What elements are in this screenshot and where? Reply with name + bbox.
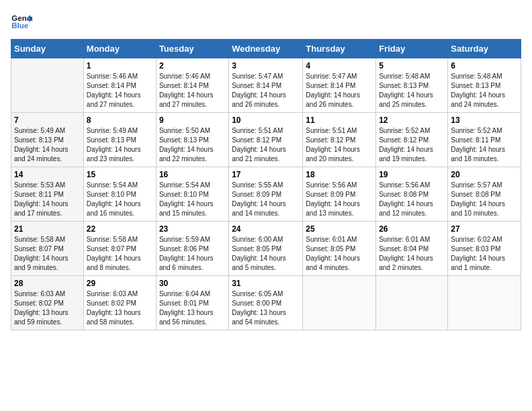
calendar-cell: 2Sunrise: 5:46 AMSunset: 8:14 PMDaylight… <box>156 58 228 113</box>
day-info: Sunrise: 6:01 AMSunset: 8:05 PMDaylight:… <box>306 235 373 273</box>
day-header: Saturday <box>448 40 521 58</box>
day-number: 23 <box>159 224 226 234</box>
calendar-cell: 25Sunrise: 6:01 AMSunset: 8:05 PMDayligh… <box>303 222 376 276</box>
logo: General Blue <box>11 11 35 32</box>
calendar-table: SundayMondayTuesdayWednesdayThursdayFrid… <box>11 39 521 330</box>
calendar-cell: 11Sunrise: 5:51 AMSunset: 8:12 PMDayligh… <box>303 113 376 167</box>
calendar-cell: 14Sunrise: 5:53 AMSunset: 8:11 PMDayligh… <box>11 167 84 222</box>
calendar-cell: 31Sunrise: 6:05 AMSunset: 8:00 PMDayligh… <box>229 276 303 330</box>
day-number: 2 <box>159 61 226 71</box>
day-info: Sunrise: 5:49 AMSunset: 8:13 PMDaylight:… <box>87 126 153 164</box>
day-number: 29 <box>87 279 153 288</box>
day-header: Thursday <box>303 40 376 58</box>
day-number: 16 <box>159 170 226 179</box>
calendar-cell: 22Sunrise: 5:58 AMSunset: 8:07 PMDayligh… <box>83 222 156 276</box>
calendar-cell: 15Sunrise: 5:54 AMSunset: 8:10 PMDayligh… <box>83 167 156 222</box>
day-number: 11 <box>306 116 373 125</box>
page-header: General Blue <box>11 11 521 32</box>
day-number: 5 <box>379 61 445 71</box>
day-number: 6 <box>451 61 518 71</box>
calendar-cell <box>11 58 84 113</box>
day-number: 4 <box>306 61 373 71</box>
day-info: Sunrise: 5:51 AMSunset: 8:12 PMDaylight:… <box>306 126 373 164</box>
calendar-cell: 21Sunrise: 5:58 AMSunset: 8:07 PMDayligh… <box>11 222 84 276</box>
day-number: 14 <box>14 170 81 179</box>
calendar-cell: 8Sunrise: 5:49 AMSunset: 8:13 PMDaylight… <box>83 113 156 167</box>
day-info: Sunrise: 5:59 AMSunset: 8:06 PMDaylight:… <box>159 235 226 273</box>
day-number: 18 <box>306 170 373 179</box>
calendar-cell: 6Sunrise: 5:48 AMSunset: 8:13 PMDaylight… <box>448 58 521 113</box>
day-info: Sunrise: 6:02 AMSunset: 8:03 PMDaylight:… <box>451 235 518 273</box>
calendar-cell: 17Sunrise: 5:55 AMSunset: 8:09 PMDayligh… <box>229 167 303 222</box>
day-header: Monday <box>83 40 156 58</box>
day-info: Sunrise: 5:54 AMSunset: 8:10 PMDaylight:… <box>87 181 153 218</box>
calendar-cell: 4Sunrise: 5:47 AMSunset: 8:14 PMDaylight… <box>303 58 376 113</box>
day-info: Sunrise: 5:52 AMSunset: 8:12 PMDaylight:… <box>379 126 445 164</box>
calendar-cell <box>448 276 521 330</box>
day-header: Wednesday <box>229 40 303 58</box>
calendar-cell: 7Sunrise: 5:49 AMSunset: 8:13 PMDaylight… <box>11 113 84 167</box>
day-info: Sunrise: 6:03 AMSunset: 8:02 PMDaylight:… <box>14 289 81 327</box>
day-number: 26 <box>379 224 445 234</box>
day-header: Sunday <box>11 40 84 58</box>
day-number: 3 <box>232 61 300 71</box>
day-number: 8 <box>87 116 153 125</box>
day-number: 24 <box>232 224 300 234</box>
calendar-cell: 28Sunrise: 6:03 AMSunset: 8:02 PMDayligh… <box>11 276 84 330</box>
day-info: Sunrise: 5:54 AMSunset: 8:10 PMDaylight:… <box>159 181 226 218</box>
day-info: Sunrise: 6:00 AMSunset: 8:05 PMDaylight:… <box>232 235 300 273</box>
day-number: 10 <box>232 116 300 125</box>
day-info: Sunrise: 6:05 AMSunset: 8:00 PMDaylight:… <box>232 289 300 327</box>
day-info: Sunrise: 5:50 AMSunset: 8:13 PMDaylight:… <box>159 126 226 164</box>
day-number: 21 <box>14 224 81 234</box>
day-info: Sunrise: 5:57 AMSunset: 8:08 PMDaylight:… <box>451 181 518 218</box>
day-info: Sunrise: 6:03 AMSunset: 8:02 PMDaylight:… <box>87 289 153 327</box>
day-number: 22 <box>87 224 153 234</box>
calendar-cell: 13Sunrise: 5:52 AMSunset: 8:11 PMDayligh… <box>448 113 521 167</box>
day-info: Sunrise: 5:46 AMSunset: 8:14 PMDaylight:… <box>159 72 226 109</box>
day-info: Sunrise: 5:48 AMSunset: 8:13 PMDaylight:… <box>379 72 445 109</box>
day-number: 1 <box>87 61 153 71</box>
day-number: 30 <box>159 279 226 288</box>
day-number: 15 <box>87 170 153 179</box>
day-number: 28 <box>14 279 81 288</box>
day-info: Sunrise: 5:56 AMSunset: 8:09 PMDaylight:… <box>306 181 373 218</box>
day-header: Tuesday <box>156 40 228 58</box>
day-info: Sunrise: 5:53 AMSunset: 8:11 PMDaylight:… <box>14 181 81 218</box>
day-number: 12 <box>379 116 445 125</box>
calendar-cell: 3Sunrise: 5:47 AMSunset: 8:14 PMDaylight… <box>229 58 303 113</box>
calendar-cell: 23Sunrise: 5:59 AMSunset: 8:06 PMDayligh… <box>156 222 228 276</box>
day-info: Sunrise: 5:52 AMSunset: 8:11 PMDaylight:… <box>451 126 518 164</box>
day-info: Sunrise: 5:47 AMSunset: 8:14 PMDaylight:… <box>232 72 300 109</box>
calendar-cell: 10Sunrise: 5:51 AMSunset: 8:12 PMDayligh… <box>229 113 303 167</box>
day-info: Sunrise: 5:51 AMSunset: 8:12 PMDaylight:… <box>232 126 300 164</box>
day-info: Sunrise: 5:55 AMSunset: 8:09 PMDaylight:… <box>232 181 300 218</box>
day-info: Sunrise: 5:58 AMSunset: 8:07 PMDaylight:… <box>14 235 81 273</box>
calendar-cell: 18Sunrise: 5:56 AMSunset: 8:09 PMDayligh… <box>303 167 376 222</box>
calendar-cell: 26Sunrise: 6:01 AMSunset: 8:04 PMDayligh… <box>376 222 448 276</box>
day-info: Sunrise: 5:58 AMSunset: 8:07 PMDaylight:… <box>87 235 153 273</box>
day-info: Sunrise: 5:48 AMSunset: 8:13 PMDaylight:… <box>451 72 518 109</box>
day-number: 9 <box>159 116 226 125</box>
day-info: Sunrise: 6:04 AMSunset: 8:01 PMDaylight:… <box>159 289 226 327</box>
day-info: Sunrise: 5:49 AMSunset: 8:13 PMDaylight:… <box>14 126 81 164</box>
calendar-cell: 5Sunrise: 5:48 AMSunset: 8:13 PMDaylight… <box>376 58 448 113</box>
calendar-cell: 24Sunrise: 6:00 AMSunset: 8:05 PMDayligh… <box>229 222 303 276</box>
day-number: 20 <box>451 170 518 179</box>
calendar-cell: 9Sunrise: 5:50 AMSunset: 8:13 PMDaylight… <box>156 113 228 167</box>
day-info: Sunrise: 5:56 AMSunset: 8:08 PMDaylight:… <box>379 181 445 218</box>
calendar-cell: 27Sunrise: 6:02 AMSunset: 8:03 PMDayligh… <box>448 222 521 276</box>
day-header: Friday <box>376 40 448 58</box>
calendar-cell <box>303 276 376 330</box>
calendar-cell: 16Sunrise: 5:54 AMSunset: 8:10 PMDayligh… <box>156 167 228 222</box>
day-info: Sunrise: 5:46 AMSunset: 8:14 PMDaylight:… <box>87 72 153 109</box>
day-number: 13 <box>451 116 518 125</box>
day-number: 25 <box>306 224 373 234</box>
calendar-cell: 12Sunrise: 5:52 AMSunset: 8:12 PMDayligh… <box>376 113 448 167</box>
day-info: Sunrise: 5:47 AMSunset: 8:14 PMDaylight:… <box>306 72 373 109</box>
day-number: 27 <box>451 224 518 234</box>
calendar-cell: 30Sunrise: 6:04 AMSunset: 8:01 PMDayligh… <box>156 276 228 330</box>
day-number: 7 <box>14 116 81 125</box>
svg-text:Blue: Blue <box>11 21 29 30</box>
calendar-cell: 29Sunrise: 6:03 AMSunset: 8:02 PMDayligh… <box>83 276 156 330</box>
